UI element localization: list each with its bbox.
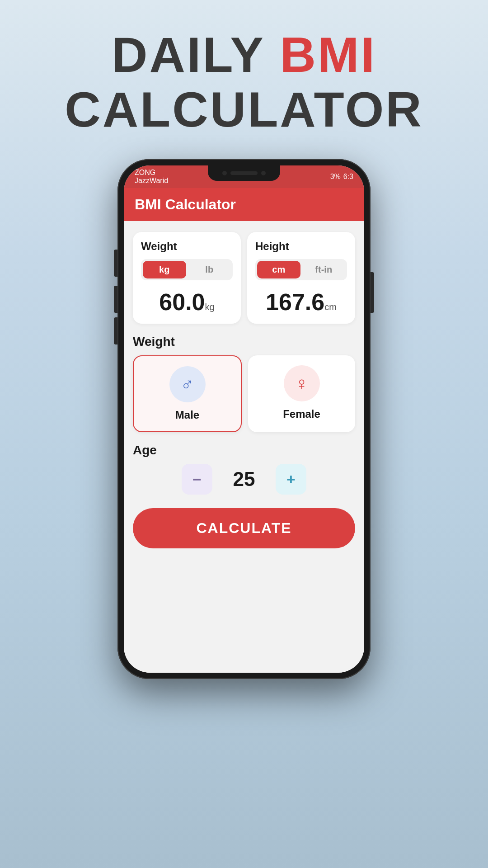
time-text: 6:3 <box>343 173 353 181</box>
calculate-button[interactable]: CALCULATE <box>133 508 355 548</box>
page-title-line2: CALCULATOR <box>0 82 488 137</box>
app-header-title: BMI Calculator <box>135 196 353 213</box>
age-value: 25 <box>226 468 262 491</box>
weight-unit-toggle: kg lb <box>141 259 233 280</box>
female-icon-circle: ♀ <box>284 365 320 401</box>
carrier-text: ZONG <box>135 169 168 177</box>
female-icon: ♀ <box>295 373 309 394</box>
app-content: Weight kg lb 60.0kg Height cm <box>124 221 364 673</box>
title-bmi: BMI <box>280 27 376 82</box>
network-text: JazzWarid <box>135 177 168 185</box>
title-daily: DAILY <box>112 27 280 82</box>
page-title-line1: DAILY BMI <box>0 27 488 82</box>
phone-frame: ZONG JazzWarid 3% 6:3 BMI Calculator <box>117 159 371 679</box>
height-card-title: Height <box>255 240 347 253</box>
age-controls: − 25 + <box>133 464 355 495</box>
notch-speaker <box>230 171 258 175</box>
weight-card: Weight kg lb 60.0kg <box>133 232 241 324</box>
notch-dot-left <box>222 171 227 175</box>
notch <box>208 165 280 181</box>
height-unit-display: cm <box>324 302 337 312</box>
height-cm-button[interactable]: cm <box>257 261 300 278</box>
height-unit-toggle: cm ft-in <box>255 259 347 280</box>
age-section: Age − 25 + <box>133 443 355 495</box>
male-icon: ♂ <box>181 374 194 395</box>
status-bar-left: ZONG JazzWarid <box>135 169 168 184</box>
female-label: Female <box>283 408 320 420</box>
gender-section-label: Weight <box>133 335 355 349</box>
age-section-label: Age <box>133 443 355 458</box>
weight-kg-button[interactable]: kg <box>143 261 186 278</box>
weight-card-title: Weight <box>141 240 233 253</box>
battery-text: 3% <box>330 173 341 181</box>
age-minus-button[interactable]: − <box>182 464 212 495</box>
male-gender-card[interactable]: ♂ Male <box>133 355 242 432</box>
height-card: Height cm ft-in 167.6cm <box>247 232 355 324</box>
phone-screen: ZONG JazzWarid 3% 6:3 BMI Calculator <box>124 165 364 673</box>
weight-height-row: Weight kg lb 60.0kg Height cm <box>133 232 355 324</box>
gender-row: ♂ Male ♀ Female <box>133 355 355 432</box>
height-value: 167.6cm <box>255 288 347 316</box>
weight-unit-display: kg <box>205 302 215 312</box>
weight-value: 60.0kg <box>141 288 233 316</box>
male-icon-circle: ♂ <box>169 366 206 402</box>
notch-dot-right <box>261 171 266 175</box>
status-bar: ZONG JazzWarid 3% 6:3 <box>124 165 364 188</box>
page-title-area: DAILY BMI CALCULATOR <box>0 0 488 150</box>
phone-container: ZONG JazzWarid 3% 6:3 BMI Calculator <box>0 159 488 679</box>
app-header: BMI Calculator <box>124 188 364 221</box>
age-plus-button[interactable]: + <box>276 464 306 495</box>
height-ftin-button[interactable]: ft-in <box>302 261 346 278</box>
weight-lb-button[interactable]: lb <box>188 261 231 278</box>
status-bar-right: 3% 6:3 <box>330 173 353 181</box>
male-label: Male <box>175 409 199 421</box>
female-gender-card[interactable]: ♀ Female <box>248 355 355 432</box>
